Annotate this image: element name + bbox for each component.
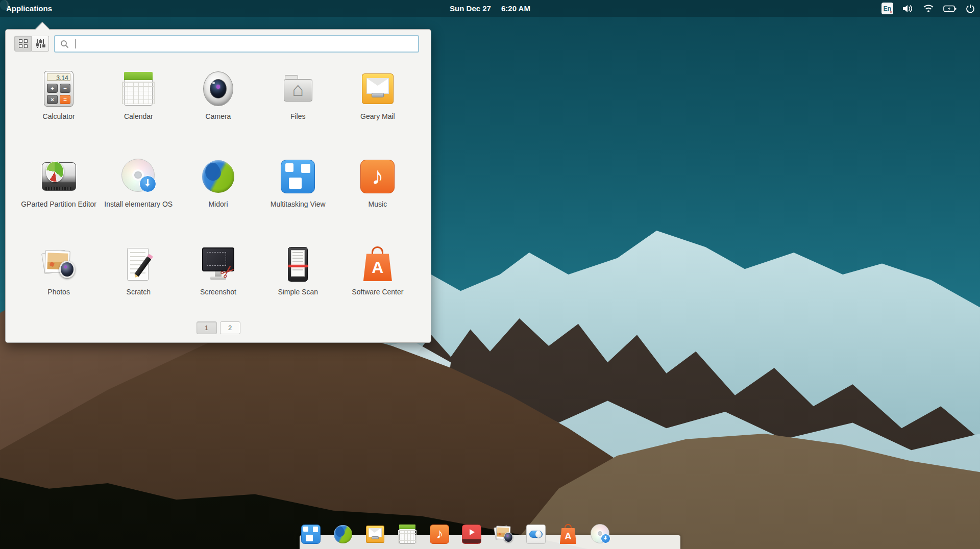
app-label: Music [369,200,387,209]
music-note-icon: ♪ [428,523,451,545]
dock-item-calendar[interactable] [396,523,419,545]
app-label: Software Center [352,288,403,297]
settings-toggle-icon [525,523,547,545]
dock-item-install-elementary-os[interactable] [589,523,611,545]
app-calendar[interactable]: Calendar [99,69,178,157]
files-icon: ⌂ [279,69,317,108]
scanner-icon [279,245,317,284]
dock-item-software-center[interactable]: A [557,523,579,545]
search-input[interactable] [69,36,418,52]
shopping-bag-icon: A [358,245,397,284]
app-music[interactable]: ♪ Music [338,157,418,245]
camera-icon [199,69,237,108]
text-editor-icon [119,245,158,284]
category-view-icon [37,39,44,48]
app-label: Multitasking View [271,200,326,209]
applications-launcher: 3.14 +−×= Calculator Calendar Camera [5,29,431,343]
page-2-button[interactable]: 2 [220,321,240,334]
globe-icon [199,157,237,196]
grid-view-button[interactable] [14,36,32,52]
app-label: Screenshot [200,288,236,297]
search-icon [60,40,69,48]
app-camera[interactable]: Camera [178,69,258,157]
disk-partition-icon [39,157,78,196]
dock-item-midori[interactable] [332,523,354,545]
calculator-icon: 3.14 +−×= [39,69,78,108]
app-grid: 3.14 +−×= Calculator Calendar Camera [19,69,418,333]
multitasking-icon [300,523,322,545]
keyboard-layout-indicator[interactable]: En [881,3,893,14]
panel-date: Sun Dec 27 [450,4,491,13]
mail-icon [364,523,386,545]
wifi-icon[interactable] [923,4,934,13]
page-switcher: 1 2 [6,321,431,334]
multitasking-icon [279,157,317,196]
app-software-center[interactable]: A Software Center [338,245,418,333]
screenshot-icon: ✂ [199,245,237,284]
photos-icon [493,523,515,545]
power-icon[interactable] [966,4,975,13]
dock-items: ♪ A [300,532,680,545]
app-label: Calendar [124,112,153,121]
photos-icon [39,245,78,284]
videos-icon [460,523,483,545]
text-cursor [76,39,76,48]
app-label: Files [290,112,306,121]
app-screenshot[interactable]: ✂ Screenshot [178,245,258,333]
mail-icon [358,69,397,108]
app-label: Install elementary OS [104,200,173,209]
app-calculator[interactable]: 3.14 +−×= Calculator [19,69,99,157]
app-simple-scan[interactable]: Simple Scan [258,245,338,333]
app-photos[interactable]: Photos [19,245,99,333]
app-scratch[interactable]: Scratch [99,245,178,333]
page-1-button[interactable]: 1 [197,321,217,334]
top-panel: Applications Sun Dec 27 6:20 AM En [0,0,980,17]
dock-item-music[interactable]: ♪ [428,523,451,545]
volume-icon[interactable] [902,4,914,13]
launcher-header [6,30,431,58]
dock-item-multitasking-view[interactable] [300,523,322,545]
app-label: GParted Partition Editor [21,200,96,209]
dock-item-photos[interactable] [493,523,515,545]
app-label: Scratch [127,288,151,297]
install-cd-icon [119,157,158,196]
dock-item-system-settings[interactable] [525,523,547,545]
app-gparted[interactable]: GParted Partition Editor [19,157,99,245]
battery-icon[interactable] [943,5,957,12]
category-view-button[interactable] [32,36,49,52]
search-field[interactable] [54,35,419,53]
panel-time: 6:20 AM [501,4,530,13]
dock-item-videos[interactable] [460,523,483,545]
globe-icon [332,523,354,545]
music-note-icon: ♪ [358,157,397,196]
app-label: Simple Scan [278,288,318,297]
dock-item-geary-mail[interactable] [364,523,386,545]
app-files[interactable]: ⌂ Files [258,69,338,157]
app-label: Camera [206,112,231,121]
app-midori[interactable]: Midori [178,157,258,245]
desktop: Applications Sun Dec 27 6:20 AM En [0,0,980,549]
calendar-icon [119,69,158,108]
clock[interactable]: Sun Dec 27 6:20 AM [0,4,980,13]
app-label: Geary Mail [360,112,395,121]
app-label: Photos [47,288,70,297]
install-cd-icon [589,523,611,545]
app-geary-mail[interactable]: Geary Mail [338,69,418,157]
shopping-bag-icon: A [557,523,579,545]
system-tray: En [881,3,975,14]
app-label: Calculator [43,112,75,121]
calendar-icon [396,523,419,545]
app-multitasking-view[interactable]: Multitasking View [258,157,338,245]
app-install-elementary-os[interactable]: Install elementary OS [99,157,178,245]
grid-view-icon [19,39,28,48]
app-label: Midori [208,200,228,209]
view-mode-toggle [14,36,49,52]
